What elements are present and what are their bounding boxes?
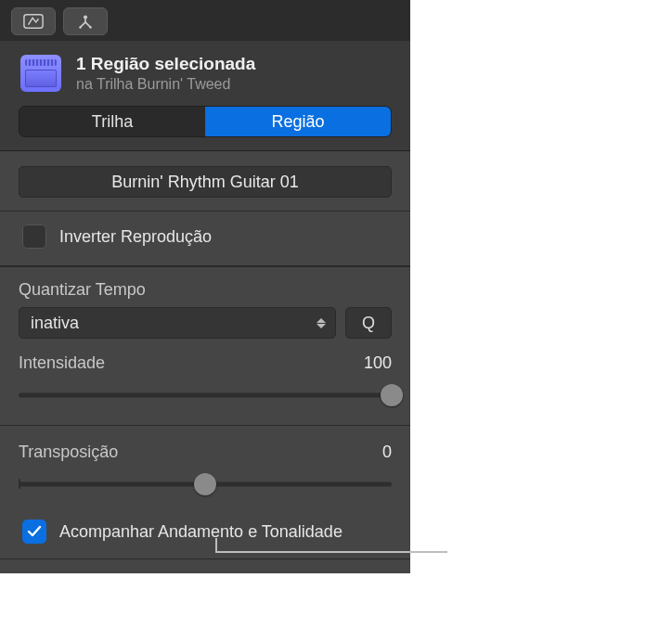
- inspector-panel: 1 Região selecionada na Trilha Burnin' T…: [0, 0, 410, 573]
- region-header: 1 Região selecionada na Trilha Burnin' T…: [0, 41, 410, 102]
- svg-point-1: [84, 15, 87, 19]
- svg-point-2: [79, 26, 82, 29]
- intensity-value: 100: [364, 353, 392, 373]
- selection-subtitle: na Trilha Burnin' Tweed: [76, 76, 255, 93]
- quantize-select[interactable]: inativa: [19, 307, 336, 339]
- tab-track[interactable]: Trilha: [19, 107, 205, 136]
- panel-icon: [23, 13, 44, 30]
- transpose-section: Transposição 0: [0, 425, 410, 514]
- split-icon: [75, 13, 96, 30]
- updown-icon: [317, 318, 326, 328]
- callout-line: [217, 551, 447, 553]
- follow-tempo-checkbox[interactable]: [22, 520, 46, 544]
- region-name-section: Burnin' Rhythm Guitar 01: [0, 151, 410, 212]
- quantize-value: inativa: [31, 314, 79, 333]
- selection-title: 1 Região selecionada: [76, 54, 255, 74]
- toolbar: [0, 0, 410, 41]
- region-name-field[interactable]: Burnin' Rhythm Guitar 01: [19, 166, 392, 198]
- tab-bar: Trilha Região: [0, 102, 410, 151]
- slider-thumb[interactable]: [194, 473, 216, 495]
- section-divider: [0, 558, 410, 573]
- slider-thumb[interactable]: [381, 384, 403, 406]
- quantize-button[interactable]: Q: [345, 307, 392, 339]
- reverse-playback-checkbox[interactable]: [22, 225, 46, 249]
- tool-button-b[interactable]: [63, 7, 108, 35]
- intensity-label: Intensidade: [19, 353, 105, 373]
- svg-rect-0: [24, 15, 43, 29]
- reverse-playback-row: Inverter Reprodução: [0, 212, 410, 266]
- follow-tempo-label: Acompanhar Andamento e Tonalidade: [59, 522, 342, 542]
- transpose-value: 0: [382, 443, 392, 462]
- quantize-section: Quantizar Tempo inativa Q Intensidade 10…: [0, 266, 410, 425]
- tool-button-a[interactable]: [11, 7, 56, 35]
- slider-track: [19, 393, 392, 398]
- tab-region[interactable]: Região: [205, 107, 391, 136]
- track-type-icon: [20, 55, 61, 92]
- transpose-label: Transposição: [19, 443, 118, 462]
- intensity-slider[interactable]: [19, 382, 392, 408]
- svg-point-3: [89, 26, 92, 29]
- quantize-title: Quantizar Tempo: [19, 280, 392, 300]
- reverse-playback-label: Inverter Reprodução: [59, 227, 212, 247]
- transpose-slider[interactable]: [19, 471, 392, 497]
